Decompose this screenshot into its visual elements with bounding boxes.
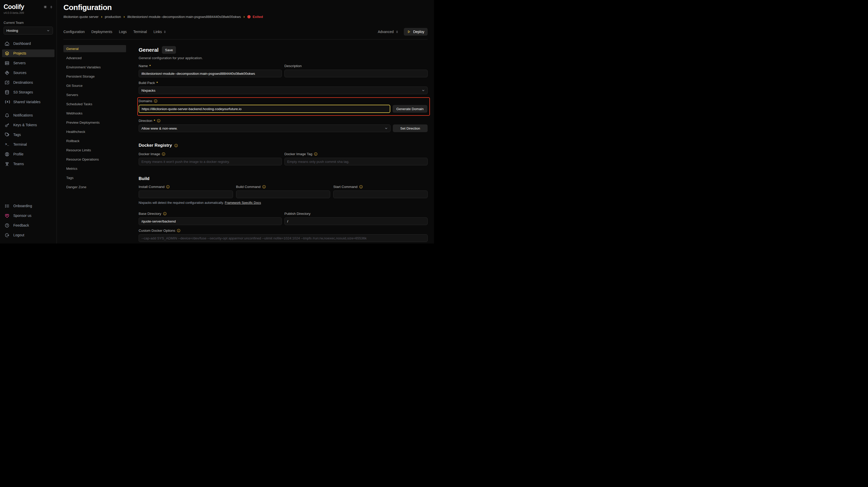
sidebar-item-projects[interactable]: Projects	[2, 50, 55, 57]
tags-icon	[5, 133, 9, 137]
info-icon[interactable]	[314, 152, 318, 156]
sidebar-item-servers[interactable]: Servers	[2, 59, 55, 67]
sidebar-item-notifications[interactable]: Notifications	[2, 111, 55, 119]
sidebar-item-logout[interactable]: Logout	[2, 231, 55, 239]
subnav-item-tags[interactable]: Tags	[63, 174, 126, 181]
required-mark: *	[156, 81, 158, 85]
required-mark: *	[149, 64, 151, 68]
sidebar-item-shared-variables[interactable]: (x) Shared Variables	[2, 98, 55, 106]
tab-configuration[interactable]: Configuration	[63, 30, 85, 34]
sidebar-item-label: Sponsor us	[13, 213, 31, 218]
info-icon[interactable]	[154, 99, 158, 103]
subnav-item-servers[interactable]: Servers	[63, 91, 126, 98]
sidebar-item-s3-storages[interactable]: S3 Storages	[2, 88, 55, 96]
save-button[interactable]: Save	[162, 46, 176, 54]
info-icon[interactable]	[162, 152, 165, 156]
description-label: Description	[284, 64, 428, 68]
subnav-item-metrics[interactable]: Metrics	[63, 165, 126, 172]
name-input[interactable]	[138, 70, 282, 77]
subnav-item-healthcheck[interactable]: Healthcheck	[63, 128, 126, 135]
git-source-icon	[5, 70, 9, 75]
updown-chevron-icon[interactable]	[50, 5, 53, 9]
subnav-item-rollback[interactable]: Rollback	[63, 137, 126, 144]
info-icon[interactable]	[157, 119, 161, 123]
sidebar-item-onboarding[interactable]: Onboarding	[2, 202, 55, 210]
tab-links-label: Links	[153, 30, 162, 34]
direction-select[interactable]: Allow www & non-www.	[138, 124, 391, 132]
sidebar-item-feedback[interactable]: Feedback	[2, 222, 55, 229]
breadcrumb-environment[interactable]: production	[105, 15, 121, 19]
tab-logs[interactable]: Logs	[119, 30, 127, 34]
docker-image-input[interactable]	[138, 158, 282, 165]
main-content: Configuration illicitonion quote server …	[57, 0, 434, 244]
tab-links[interactable]: Links	[153, 30, 166, 34]
sidebar-item-keys-tokens[interactable]: Keys & Tokens	[2, 121, 55, 129]
custom-docker-options-input[interactable]	[138, 234, 428, 242]
generate-domain-button[interactable]: Generate Domain	[393, 105, 427, 113]
subnav-item-resource-operations[interactable]: Resource Operations	[63, 156, 126, 163]
section-subtitle: General configuration for your applicati…	[138, 56, 428, 60]
breadcrumb-project[interactable]: illicitonion quote server	[63, 15, 98, 19]
subnav-item-resource-limits[interactable]: Resource Limits	[63, 146, 126, 154]
framework-docs-link[interactable]: Framework Specific Docs	[225, 201, 261, 205]
description-input[interactable]	[284, 70, 428, 77]
subnav-item-danger-zone[interactable]: Danger Zone	[63, 183, 126, 191]
subnav-item-general[interactable]: General	[63, 45, 126, 52]
set-direction-button[interactable]: Set Direction	[393, 124, 428, 132]
build-pack-select[interactable]: Nixpacks	[138, 87, 428, 94]
team-select[interactable]: Hosting	[4, 27, 53, 34]
deploy-button[interactable]: Deploy	[404, 28, 428, 36]
layers-icon	[5, 51, 9, 56]
tab-deployments[interactable]: Deployments	[91, 30, 112, 34]
sidebar-item-sponsor[interactable]: Sponsor us	[2, 212, 55, 220]
sidebar-item-label: Shared Variables	[13, 100, 40, 104]
breadcrumb-separator-icon: ›	[124, 15, 125, 19]
sidebar-item-profile[interactable]: Profile	[2, 150, 55, 158]
info-icon[interactable]	[174, 144, 178, 147]
sidebar-item-dashboard[interactable]: Dashboard	[2, 40, 55, 47]
sidebar-item-label: Profile	[13, 152, 24, 156]
advanced-dropdown[interactable]: Advanced	[378, 30, 399, 34]
info-icon[interactable]	[262, 185, 266, 189]
tab-terminal[interactable]: Terminal	[133, 30, 147, 34]
sidebar-item-label: Terminal	[13, 142, 27, 146]
sidebar-item-sources[interactable]: Sources	[2, 69, 55, 77]
subnav-item-advanced[interactable]: Advanced	[63, 54, 126, 61]
base-directory-input[interactable]	[138, 218, 282, 225]
checklist-icon	[5, 204, 9, 208]
sidebar-item-destinations[interactable]: Destinations	[2, 79, 55, 86]
info-icon[interactable]	[359, 185, 363, 189]
info-icon[interactable]	[163, 212, 167, 216]
subnav-item-environment-variables[interactable]: Environment Variables	[63, 63, 126, 71]
docker-image-tag-input[interactable]	[284, 158, 428, 165]
build-command-input[interactable]	[236, 191, 331, 198]
subnav-item-preview-deployments[interactable]: Preview Deployments	[63, 119, 126, 126]
info-icon[interactable]	[166, 185, 170, 189]
sidebar-item-tags[interactable]: Tags	[2, 131, 55, 139]
base-directory-label: Base Directory	[138, 212, 282, 216]
domains-input[interactable]	[138, 105, 390, 113]
sidebar-item-teams[interactable]: Teams	[2, 160, 55, 168]
publish-directory-input[interactable]	[284, 218, 428, 225]
start-command-input[interactable]	[333, 191, 428, 198]
status-text: Exited	[253, 15, 263, 19]
subnav-item-git-source[interactable]: Git Source	[63, 82, 126, 89]
info-icon[interactable]	[177, 229, 181, 232]
name-label: Name*	[138, 64, 282, 68]
sidebar-item-label: Keys & Tokens	[13, 123, 37, 127]
subnav-item-persistent-storage[interactable]: Persistent Storage	[63, 73, 126, 80]
theme-toggle-sun-icon[interactable]	[43, 5, 47, 9]
subnav-item-scheduled-tasks[interactable]: Scheduled Tasks	[63, 101, 126, 108]
sidebar-item-terminal[interactable]: >_ Terminal	[2, 141, 55, 148]
app-window: Coolify v4.0.0-beta.399 Current Team Hos…	[0, 0, 434, 244]
subnav-item-webhooks[interactable]: Webhooks	[63, 110, 126, 117]
install-command-input[interactable]	[138, 191, 233, 198]
deploy-label: Deploy	[413, 30, 424, 34]
breadcrumb-separator-icon: ›	[101, 15, 102, 19]
settings-subnav: General Advanced Environment Variables P…	[63, 39, 138, 244]
general-settings-form: General Save General configuration for y…	[138, 39, 428, 244]
brand-logo[interactable]: Coolify	[4, 3, 24, 10]
breadcrumb-application[interactable]: illicitestonion/-module--decomposition:m…	[127, 15, 241, 19]
users-icon	[5, 162, 9, 166]
nixpacks-note: Nixpacks will detect the required config…	[138, 201, 428, 205]
